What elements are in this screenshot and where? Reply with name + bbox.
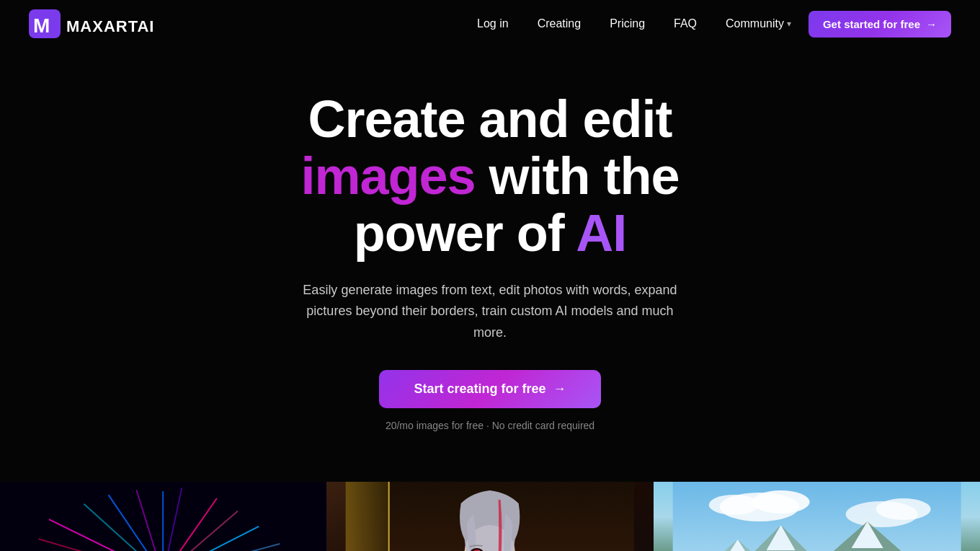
nav-pricing[interactable]: Pricing (598, 12, 656, 36)
gallery (0, 482, 980, 551)
svg-point-47 (876, 498, 930, 520)
hero-title-line2: images with the (300, 148, 679, 205)
nav-faq[interactable]: FAQ (662, 12, 708, 36)
logo[interactable]: M MAXARTAI (29, 6, 187, 41)
hero-title-line1: Create and edit (300, 91, 679, 148)
nav-community[interactable]: Community ▾ (714, 12, 803, 36)
hero-title-images: images (300, 147, 475, 205)
arrow-icon: → (926, 18, 937, 30)
hero-subtitle: Easily generate images from text, edit p… (303, 280, 677, 344)
get-started-button[interactable]: Get started for free → (808, 11, 951, 38)
hero-section: Create and edit images with the power of… (0, 48, 980, 460)
hero-title-line3: power of AI (300, 205, 679, 262)
svg-text:MAXARTAI: MAXARTAI (66, 17, 154, 35)
nav-login[interactable]: Log in (466, 12, 520, 36)
start-creating-button[interactable]: Start creating for free → (379, 370, 600, 408)
svg-rect-33 (346, 482, 389, 551)
nav-creating[interactable]: Creating (526, 12, 592, 36)
gallery-item-firework (0, 482, 326, 551)
navbar: M MAXARTAI Log in Creating Pricing FAQ C… (0, 0, 980, 48)
chevron-down-icon: ▾ (787, 19, 791, 29)
svg-text:M: M (33, 14, 50, 37)
gallery-item-landscape (654, 482, 980, 551)
hero-title: Create and edit images with the power of… (300, 91, 679, 263)
nav-links: Log in Creating Pricing FAQ Community ▾ … (466, 11, 951, 38)
cta-arrow-icon: → (553, 382, 566, 397)
gallery-item-anime (326, 482, 653, 551)
hero-title-ai: AI (576, 204, 626, 262)
hero-note: 20/mo images for free · No credit card r… (386, 420, 594, 431)
svg-point-45 (708, 495, 759, 515)
svg-point-44 (752, 490, 809, 513)
